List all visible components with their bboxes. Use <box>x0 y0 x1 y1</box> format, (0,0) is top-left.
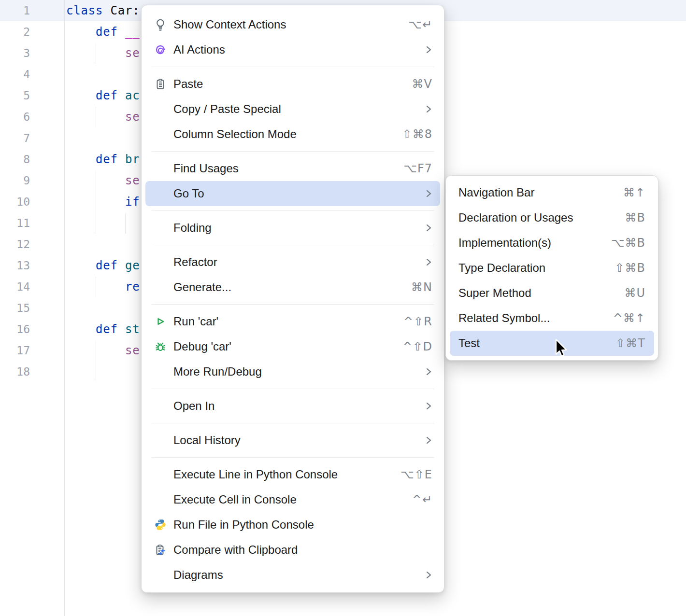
menu-item-folding[interactable]: Folding <box>145 215 440 240</box>
menu-item-local-history[interactable]: Local History <box>145 428 440 453</box>
icon-spacer <box>153 467 168 482</box>
submenu-indicator-area <box>425 187 432 200</box>
menu-item-open-in[interactable]: Open In <box>145 393 440 419</box>
menu-item-shortcut: ⌘N <box>411 280 432 294</box>
menu-item-debug-car[interactable]: Debug 'car' ^⇧D <box>145 334 440 359</box>
menu-item-execute-line-in-python-console[interactable]: Execute Line in Python Console ⌥⇧E <box>145 462 440 487</box>
line-number[interactable]: 10 <box>0 191 30 212</box>
line-number[interactable]: 16 <box>0 319 30 340</box>
ai-spiral-icon <box>153 42 168 57</box>
shortcut-area: ^↵ <box>412 493 432 506</box>
shortcut-area: ⌥F7 <box>403 162 432 175</box>
line-number[interactable]: 4 <box>0 64 30 85</box>
menu-item-generate[interactable]: Generate... ⌘N <box>145 275 440 300</box>
code-text: se <box>66 340 140 361</box>
line-number[interactable]: 18 <box>0 361 30 382</box>
menu-item-shortcut: ⌥↵ <box>408 18 432 31</box>
menu-item-diagrams[interactable]: Diagrams <box>145 562 440 588</box>
menu-separator <box>151 210 434 211</box>
line-number[interactable]: 1 <box>0 0 30 21</box>
line-number[interactable]: 11 <box>0 212 30 234</box>
menu-item-related-symbol[interactable]: Related Symbol... ^⌘↑ <box>450 306 654 331</box>
shortcut-area: ⌘B <box>625 211 645 224</box>
lightbulb-icon <box>153 17 168 32</box>
menu-item-label: Column Selection Mode <box>173 127 297 141</box>
line-number[interactable]: 14 <box>0 276 30 297</box>
line-number[interactable]: 2 <box>0 21 30 42</box>
submenu-indicator-area <box>425 103 432 115</box>
icon-spacer <box>153 433 168 448</box>
python-icon <box>153 518 168 532</box>
menu-item-label: Run File in Python Console <box>173 518 314 532</box>
menu-item-go-to[interactable]: Go To <box>145 181 440 206</box>
menu-item-run-car[interactable]: Run 'car' ^⇧R <box>145 309 440 334</box>
chevron-right-icon <box>425 256 432 268</box>
submenu-indicator-area <box>425 222 432 234</box>
line-number[interactable]: 15 <box>0 297 30 319</box>
icon-spacer <box>153 492 168 507</box>
menu-item-label: Generate... <box>173 280 231 294</box>
menu-item-show-context-actions[interactable]: Show Context Actions ⌥↵ <box>145 12 440 37</box>
menu-item-label: Super Method <box>458 286 531 300</box>
shortcut-area: ⇧⌘T <box>615 336 645 350</box>
menu-item-super-method[interactable]: Super Method ⌘U <box>450 280 654 306</box>
shortcut-area: ⌥↵ <box>408 18 432 31</box>
menu-separator <box>151 304 434 305</box>
menu-item-label: Find Usages <box>173 162 239 175</box>
menu-item-run-file-in-python-console[interactable]: Run File in Python Console <box>145 512 440 537</box>
menu-item-find-usages[interactable]: Find Usages ⌥F7 <box>145 156 440 181</box>
icon-spacer <box>153 280 168 294</box>
line-number[interactable]: 3 <box>0 42 30 64</box>
menu-item-shortcut: ⇧⌘B <box>615 261 645 275</box>
submenu-list: Navigation Bar ⌘↑ Declaration or Usages … <box>446 176 658 360</box>
menu-item-label: Local History <box>173 434 241 447</box>
menu-item-declaration-or-usages[interactable]: Declaration or Usages ⌘B <box>450 205 654 230</box>
line-number[interactable]: 9 <box>0 170 30 191</box>
menu-item-execute-cell-in-console[interactable]: Execute Cell in Console ^↵ <box>145 487 440 512</box>
menu-item-refactor[interactable]: Refactor <box>145 250 440 275</box>
menu-item-copy-paste-special[interactable]: Copy / Paste Special <box>145 97 440 122</box>
menu-separator <box>151 457 434 458</box>
go-to-submenu: Navigation Bar ⌘↑ Declaration or Usages … <box>445 175 658 361</box>
debug-icon <box>153 339 168 354</box>
menu-item-label: Copy / Paste Special <box>173 102 281 116</box>
mouse-cursor <box>553 338 569 363</box>
line-number[interactable]: 7 <box>0 127 30 149</box>
menu-item-paste[interactable]: Paste ⌘V <box>145 71 440 97</box>
shortcut-area: ⌥⇧E <box>400 468 432 481</box>
menu-item-label: Implementation(s) <box>458 236 551 250</box>
submenu-indicator-area <box>425 365 432 378</box>
icon-spacer <box>153 186 168 201</box>
indent-guide <box>96 171 96 234</box>
line-number[interactable]: 17 <box>0 340 30 361</box>
line-number[interactable]: 6 <box>0 106 30 127</box>
line-number[interactable]: 8 <box>0 149 30 170</box>
icon-spacer <box>153 568 168 582</box>
menu-item-type-declaration[interactable]: Type Declaration ⇧⌘B <box>450 255 654 280</box>
indent-guide <box>96 43 96 64</box>
menu-item-column-selection-mode[interactable]: Column Selection Mode ⇧⌘8 <box>145 122 440 147</box>
menu-item-test[interactable]: Test ⇧⌘T <box>450 331 654 356</box>
code-text: se <box>66 106 140 127</box>
menu-item-ai-actions[interactable]: AI Actions <box>145 37 440 62</box>
menu-item-label: More Run/Debug <box>173 365 262 378</box>
menu-item-navigation-bar[interactable]: Navigation Bar ⌘↑ <box>450 180 654 205</box>
menu-item-shortcut: ⌘U <box>624 286 645 300</box>
menu-item-label: Execute Cell in Console <box>173 493 297 506</box>
ide-screen: 1class Car:2 def __3 se45 def ac6 se78 d… <box>0 0 686 616</box>
code-text: def ac <box>66 85 140 106</box>
menu-item-implementation-s[interactable]: Implementation(s) ⌥⌘B <box>450 230 654 255</box>
chevron-right-icon <box>425 365 432 378</box>
menu-item-compare-with-clipboard[interactable]: Compare with Clipboard <box>145 537 440 562</box>
menu-item-shortcut: ⌥⌘B <box>611 236 645 250</box>
line-number[interactable]: 12 <box>0 234 30 255</box>
submenu-indicator-area <box>425 569 432 581</box>
menu-item-more-run-debug[interactable]: More Run/Debug <box>145 359 440 384</box>
line-number[interactable]: 5 <box>0 85 30 106</box>
menu-separator <box>151 151 434 152</box>
line-number[interactable]: 13 <box>0 255 30 276</box>
run-icon <box>153 314 168 329</box>
chevron-right-icon <box>425 187 432 200</box>
indent-guide <box>96 107 96 127</box>
menu-item-label: Folding <box>173 221 212 235</box>
